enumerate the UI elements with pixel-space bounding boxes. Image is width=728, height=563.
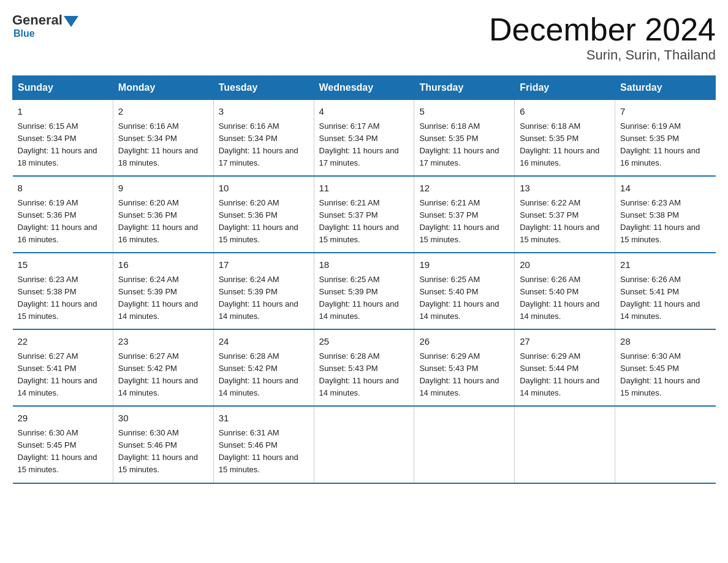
day-number: 26 bbox=[419, 335, 509, 349]
title-block: December 2024 Surin, Surin, Thailand bbox=[489, 12, 716, 63]
cell-content: Sunrise: 6:29 AMSunset: 5:44 PMDaylight:… bbox=[520, 351, 599, 397]
cell-content: Sunrise: 6:28 AMSunset: 5:43 PMDaylight:… bbox=[319, 351, 399, 397]
header-wednesday: Wednesday bbox=[314, 76, 414, 100]
day-number: 12 bbox=[419, 182, 509, 196]
day-number: 1 bbox=[18, 105, 108, 119]
cell-content: Sunrise: 6:21 AMSunset: 5:37 PMDaylight:… bbox=[319, 198, 399, 244]
cell-content: Sunrise: 6:15 AMSunset: 5:34 PMDaylight:… bbox=[18, 121, 97, 167]
calendar-cell: 28Sunrise: 6:30 AMSunset: 5:45 PMDayligh… bbox=[615, 329, 716, 406]
logo-blue-text: Blue bbox=[13, 28, 35, 39]
calendar-cell: 26Sunrise: 6:29 AMSunset: 5:43 PMDayligh… bbox=[414, 329, 515, 406]
calendar-cell: 1Sunrise: 6:15 AMSunset: 5:34 PMDaylight… bbox=[13, 100, 113, 177]
day-number: 19 bbox=[419, 258, 509, 272]
day-number: 28 bbox=[620, 335, 710, 349]
page-subtitle: Surin, Surin, Thailand bbox=[489, 47, 716, 63]
cell-content: Sunrise: 6:16 AMSunset: 5:34 PMDaylight:… bbox=[219, 121, 298, 167]
day-number: 16 bbox=[118, 258, 208, 272]
calendar-cell: 24Sunrise: 6:28 AMSunset: 5:42 PMDayligh… bbox=[213, 329, 314, 406]
cell-content: Sunrise: 6:19 AMSunset: 5:36 PMDaylight:… bbox=[18, 198, 97, 244]
calendar-week-row: 22Sunrise: 6:27 AMSunset: 5:41 PMDayligh… bbox=[13, 329, 716, 406]
day-number: 24 bbox=[219, 335, 309, 349]
day-number: 4 bbox=[319, 105, 409, 119]
calendar-cell: 5Sunrise: 6:18 AMSunset: 5:35 PMDaylight… bbox=[414, 100, 515, 177]
calendar-week-row: 29Sunrise: 6:30 AMSunset: 5:45 PMDayligh… bbox=[13, 406, 716, 483]
cell-content: Sunrise: 6:30 AMSunset: 5:46 PMDaylight:… bbox=[118, 428, 198, 474]
day-number: 8 bbox=[18, 182, 108, 196]
logo-arrow-icon bbox=[64, 16, 78, 27]
cell-content: Sunrise: 6:30 AMSunset: 5:45 PMDaylight:… bbox=[18, 428, 97, 474]
calendar-week-row: 1Sunrise: 6:15 AMSunset: 5:34 PMDaylight… bbox=[13, 100, 716, 177]
calendar-cell: 27Sunrise: 6:29 AMSunset: 5:44 PMDayligh… bbox=[515, 329, 615, 406]
calendar-cell: 12Sunrise: 6:21 AMSunset: 5:37 PMDayligh… bbox=[414, 176, 515, 253]
cell-content: Sunrise: 6:24 AMSunset: 5:39 PMDaylight:… bbox=[118, 275, 198, 321]
cell-content: Sunrise: 6:30 AMSunset: 5:45 PMDaylight:… bbox=[620, 351, 700, 397]
cell-content: Sunrise: 6:24 AMSunset: 5:39 PMDaylight:… bbox=[219, 275, 298, 321]
day-number: 23 bbox=[118, 335, 208, 349]
cell-content: Sunrise: 6:25 AMSunset: 5:39 PMDaylight:… bbox=[319, 275, 399, 321]
calendar-cell: 2Sunrise: 6:16 AMSunset: 5:34 PMDaylight… bbox=[113, 100, 213, 177]
calendar-cell: 19Sunrise: 6:25 AMSunset: 5:40 PMDayligh… bbox=[414, 253, 515, 329]
calendar-cell: 3Sunrise: 6:16 AMSunset: 5:34 PMDaylight… bbox=[213, 100, 314, 177]
cell-content: Sunrise: 6:23 AMSunset: 5:38 PMDaylight:… bbox=[18, 275, 97, 321]
cell-content: Sunrise: 6:19 AMSunset: 5:35 PMDaylight:… bbox=[620, 121, 700, 167]
day-number: 31 bbox=[219, 412, 309, 426]
calendar-cell: 10Sunrise: 6:20 AMSunset: 5:36 PMDayligh… bbox=[213, 176, 314, 253]
logo: General Blue bbox=[12, 12, 80, 39]
page-title: December 2024 bbox=[489, 12, 716, 47]
cell-content: Sunrise: 6:29 AMSunset: 5:43 PMDaylight:… bbox=[419, 351, 499, 397]
cell-content: Sunrise: 6:18 AMSunset: 5:35 PMDaylight:… bbox=[419, 121, 499, 167]
calendar-cell: 4Sunrise: 6:17 AMSunset: 5:34 PMDaylight… bbox=[314, 100, 414, 177]
calendar-cell bbox=[515, 406, 615, 483]
cell-content: Sunrise: 6:16 AMSunset: 5:34 PMDaylight:… bbox=[118, 121, 198, 167]
logo-general-text: General bbox=[12, 12, 63, 28]
header-monday: Monday bbox=[113, 76, 213, 100]
cell-content: Sunrise: 6:26 AMSunset: 5:41 PMDaylight:… bbox=[620, 275, 700, 321]
calendar-cell: 15Sunrise: 6:23 AMSunset: 5:38 PMDayligh… bbox=[13, 253, 113, 329]
calendar-cell: 17Sunrise: 6:24 AMSunset: 5:39 PMDayligh… bbox=[213, 253, 314, 329]
calendar-cell: 13Sunrise: 6:22 AMSunset: 5:37 PMDayligh… bbox=[515, 176, 615, 253]
day-number: 15 bbox=[18, 258, 108, 272]
day-number: 6 bbox=[520, 105, 610, 119]
calendar-cell: 20Sunrise: 6:26 AMSunset: 5:40 PMDayligh… bbox=[515, 253, 615, 329]
calendar-table: SundayMondayTuesdayWednesdayThursdayFrid… bbox=[12, 75, 716, 483]
calendar-cell bbox=[615, 406, 716, 483]
day-number: 3 bbox=[219, 105, 309, 119]
day-number: 30 bbox=[118, 412, 208, 426]
day-number: 29 bbox=[18, 412, 108, 426]
calendar-cell: 31Sunrise: 6:31 AMSunset: 5:46 PMDayligh… bbox=[213, 406, 314, 483]
cell-content: Sunrise: 6:27 AMSunset: 5:42 PMDaylight:… bbox=[118, 351, 198, 397]
calendar-cell: 8Sunrise: 6:19 AMSunset: 5:36 PMDaylight… bbox=[13, 176, 113, 253]
day-number: 2 bbox=[118, 105, 208, 119]
calendar-week-row: 8Sunrise: 6:19 AMSunset: 5:36 PMDaylight… bbox=[13, 176, 716, 253]
calendar-cell: 23Sunrise: 6:27 AMSunset: 5:42 PMDayligh… bbox=[113, 329, 213, 406]
calendar-cell: 21Sunrise: 6:26 AMSunset: 5:41 PMDayligh… bbox=[615, 253, 716, 329]
day-number: 22 bbox=[18, 335, 108, 349]
cell-content: Sunrise: 6:21 AMSunset: 5:37 PMDaylight:… bbox=[419, 198, 499, 244]
header-tuesday: Tuesday bbox=[213, 76, 314, 100]
day-number: 18 bbox=[319, 258, 409, 272]
calendar-cell: 18Sunrise: 6:25 AMSunset: 5:39 PMDayligh… bbox=[314, 253, 414, 329]
cell-content: Sunrise: 6:17 AMSunset: 5:34 PMDaylight:… bbox=[319, 121, 399, 167]
header-thursday: Thursday bbox=[414, 76, 515, 100]
cell-content: Sunrise: 6:23 AMSunset: 5:38 PMDaylight:… bbox=[620, 198, 700, 244]
day-number: 5 bbox=[419, 105, 509, 119]
cell-content: Sunrise: 6:20 AMSunset: 5:36 PMDaylight:… bbox=[219, 198, 298, 244]
calendar-cell: 16Sunrise: 6:24 AMSunset: 5:39 PMDayligh… bbox=[113, 253, 213, 329]
calendar-cell: 25Sunrise: 6:28 AMSunset: 5:43 PMDayligh… bbox=[314, 329, 414, 406]
cell-content: Sunrise: 6:31 AMSunset: 5:46 PMDaylight:… bbox=[219, 428, 298, 474]
calendar-cell: 14Sunrise: 6:23 AMSunset: 5:38 PMDayligh… bbox=[615, 176, 716, 253]
cell-content: Sunrise: 6:28 AMSunset: 5:42 PMDaylight:… bbox=[219, 351, 298, 397]
calendar-cell: 7Sunrise: 6:19 AMSunset: 5:35 PMDaylight… bbox=[615, 100, 716, 177]
day-number: 11 bbox=[319, 182, 409, 196]
calendar-cell: 22Sunrise: 6:27 AMSunset: 5:41 PMDayligh… bbox=[13, 329, 113, 406]
page-header: General Blue December 2024 Surin, Surin,… bbox=[12, 12, 716, 63]
calendar-cell bbox=[414, 406, 515, 483]
cell-content: Sunrise: 6:22 AMSunset: 5:37 PMDaylight:… bbox=[520, 198, 599, 244]
cell-content: Sunrise: 6:18 AMSunset: 5:35 PMDaylight:… bbox=[520, 121, 599, 167]
cell-content: Sunrise: 6:20 AMSunset: 5:36 PMDaylight:… bbox=[118, 198, 198, 244]
header-sunday: Sunday bbox=[13, 76, 113, 100]
cell-content: Sunrise: 6:26 AMSunset: 5:40 PMDaylight:… bbox=[520, 275, 599, 321]
cell-content: Sunrise: 6:25 AMSunset: 5:40 PMDaylight:… bbox=[419, 275, 499, 321]
day-number: 14 bbox=[620, 182, 710, 196]
day-number: 10 bbox=[219, 182, 309, 196]
